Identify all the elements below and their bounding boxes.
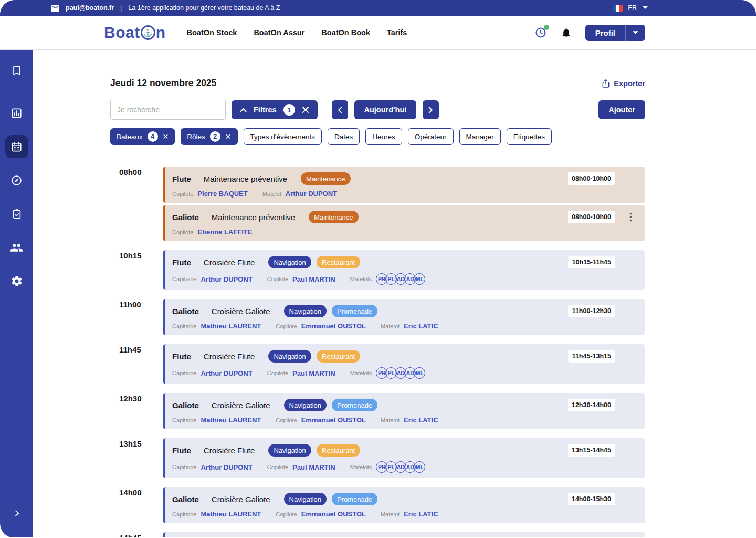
event-card-crew: CapitaineMathieu LAURENTCopiloteEmmanuel… <box>172 510 582 518</box>
event-card[interactable]: FluteCroisière FluteNavigationRestaurant… <box>163 344 645 384</box>
filter-chip-heures[interactable]: Heures <box>365 128 402 145</box>
history-clock-icon[interactable] <box>534 26 547 39</box>
time-slot-label: 14h00 <box>110 487 163 523</box>
crew-member-link[interactable]: Emmanuel OUSTOL <box>301 322 366 330</box>
event-badges: Maintenance <box>309 211 358 223</box>
event-card-crew: CapitaineArthur DUPONTCopilotePaul MARTI… <box>172 273 582 285</box>
event-card[interactable]: GalioteCroisière GalioteNavigationPromen… <box>163 393 645 429</box>
crew-role-label: Copilote <box>276 323 297 329</box>
bookmark-icon[interactable] <box>5 59 28 82</box>
filters-button[interactable]: Filtres 1 <box>232 100 318 119</box>
nav-link-tarifs[interactable]: Tarifs <box>387 28 407 37</box>
event-card[interactable]: FluteMaintenance préventiveMaintenance08… <box>163 167 645 203</box>
crew-member-link[interactable]: Pierre BAQUET <box>197 190 247 198</box>
event-card[interactable]: GalioteCroisière GalioteNavigationPromen… <box>163 487 645 523</box>
crew-member-link[interactable]: Arthur DUPONT <box>201 275 252 283</box>
nav-link-boaton-book[interactable]: BoatOn Book <box>321 28 370 37</box>
main-header: Boat ⚓ n BoatOn StockBoatOn AssurBoatOn … <box>0 16 756 50</box>
filter-chip-manager[interactable]: Manager <box>459 128 501 145</box>
crew-member-link[interactable]: Eric LATIC <box>404 416 438 424</box>
filter-chip-r-les[interactable]: Rôles2✕ <box>181 128 237 145</box>
settings-gear-icon[interactable] <box>5 270 28 293</box>
clipboard-check-icon[interactable] <box>5 202 28 225</box>
next-day-button[interactable] <box>423 100 439 119</box>
chip-label: Etiquettes <box>513 133 545 141</box>
add-button[interactable]: Ajouter <box>598 100 645 119</box>
nav-link-boaton-stock[interactable]: BoatOn Stock <box>187 28 237 37</box>
event-card-crew: CapitaineMathieu LAURENTCopiloteEmmanuel… <box>172 416 582 424</box>
crew-member-link[interactable]: Mathieu LAURENT <box>201 322 261 330</box>
search-input[interactable] <box>110 100 226 120</box>
chip-remove-icon[interactable]: ✕ <box>225 132 232 141</box>
event-card-header: FluteCroisière FluteNavigationRestaurant <box>172 444 582 457</box>
crew-role-label: Capitaine <box>172 417 196 423</box>
boat-name: Galiote <box>172 401 199 410</box>
crew-member-link[interactable]: Paul MARTIN <box>292 463 335 471</box>
boaton-logo[interactable]: Boat ⚓ n <box>104 24 166 42</box>
today-button[interactable]: Aujourd'hui <box>354 100 417 119</box>
event-card-header: FluteCroisière FluteNavigationRestaurant <box>172 256 582 268</box>
close-icon[interactable] <box>302 106 309 113</box>
crew-member-link[interactable]: Arthur DUPONT <box>201 369 252 377</box>
event-title: Croisière Flute <box>204 446 255 455</box>
crew-member-link[interactable]: Eric LATIC <box>404 510 438 518</box>
crew-member-link[interactable]: Mathieu LAURENT <box>201 416 261 424</box>
event-badges: NavigationRestaurant <box>268 444 360 457</box>
nav-link-boaton-assur[interactable]: BoatOn Assur <box>254 28 304 37</box>
export-button[interactable]: Exporter <box>602 79 645 88</box>
profile-dropdown-toggle[interactable] <box>626 25 645 41</box>
filter-chip-dates[interactable]: Dates <box>328 128 360 145</box>
time-range-pill: 10h15-11h45 <box>568 256 615 268</box>
sidebar <box>0 50 33 537</box>
filter-chip-op-rateur[interactable]: Opérateur <box>408 128 454 145</box>
event-card[interactable]: FluteCroisière FluteNavigationRestaurant… <box>163 532 645 537</box>
boat-name: Flute <box>172 446 191 455</box>
calendar-icon[interactable] <box>5 135 28 158</box>
crew-member-link[interactable]: Mathieu LAURENT <box>201 510 261 518</box>
badge-promenade: Promenade <box>332 399 377 411</box>
filter-chip-etiquettes[interactable]: Etiquettes <box>507 128 552 145</box>
event-card[interactable]: GalioteCroisière GalioteNavigationPromen… <box>163 299 645 335</box>
language-selector[interactable]: FR <box>613 4 648 12</box>
crew-member-link[interactable]: Emmanuel OUSTOL <box>301 510 366 518</box>
time-slot-label: 11h45 <box>110 344 163 384</box>
event-card-crew: CopilotePierre BAQUETMatelotArthur DUPON… <box>172 190 582 198</box>
crew-role-label: Copilote <box>267 464 288 470</box>
more-options-icon[interactable]: ⋮ <box>626 212 636 222</box>
filter-chip-bateaux[interactable]: Bateaux4✕ <box>110 128 175 145</box>
boat-name: Galiote <box>172 213 199 222</box>
profile-button[interactable]: Profil <box>585 25 626 41</box>
compass-icon[interactable] <box>5 169 28 192</box>
export-label: Exporter <box>614 79 645 88</box>
crew-member-link[interactable]: Arthur DUPONT <box>286 190 337 198</box>
event-card[interactable]: GalioteMaintenance préventiveMaintenance… <box>163 205 645 241</box>
crew-role-label: Copilote <box>267 276 288 282</box>
event-card[interactable]: FluteCroisière FluteNavigationRestaurant… <box>163 250 645 290</box>
badge-navigation: Navigation <box>284 399 327 411</box>
notifications-bell-icon[interactable] <box>561 27 572 39</box>
event-card[interactable]: FluteCroisière FluteNavigationRestaurant… <box>163 438 645 478</box>
crew-role-label: Matelots <box>350 370 372 376</box>
main-content: Jeudi 12 novembre 2025 Exporter Filtres … <box>33 50 756 537</box>
boat-name: Flute <box>172 352 191 361</box>
event-card-crew: CapitaineArthur DUPONTCopilotePaul MARTI… <box>172 367 582 379</box>
chip-remove-icon[interactable]: ✕ <box>163 132 169 141</box>
top-bar: paul@boaton.fr | La 1ère application pou… <box>0 0 756 16</box>
expand-sidebar-chevron-icon[interactable] <box>5 502 28 525</box>
crew-member-link[interactable]: Paul MARTIN <box>292 275 335 283</box>
users-icon[interactable] <box>5 236 28 259</box>
chip-label: Bateaux <box>117 133 143 141</box>
crew-member-link[interactable]: Emmanuel OUSTOL <box>301 416 366 424</box>
crew-member-link[interactable]: Arthur DUPONT <box>201 463 252 471</box>
schedule-group: 13h15FluteCroisière FluteNavigationResta… <box>110 432 645 481</box>
filter-chips-row: Bateaux4✕Rôles2✕Types d'évènementsDatesH… <box>110 128 645 145</box>
crew-member-link[interactable]: Paul MARTIN <box>292 369 335 377</box>
crew-member-link[interactable]: Eric LATIC <box>404 322 438 330</box>
chip-label: Types d'évènements <box>250 133 315 141</box>
previous-day-button[interactable] <box>332 100 348 119</box>
crew-role-label: Capitaine <box>172 464 196 470</box>
page-title: Jeudi 12 novembre 2025 <box>110 78 216 89</box>
crew-member-link[interactable]: Etienne LAFFITE <box>197 228 252 236</box>
analytics-icon[interactable] <box>5 101 28 125</box>
filter-chip-types-d-v-nements[interactable]: Types d'évènements <box>244 128 322 145</box>
